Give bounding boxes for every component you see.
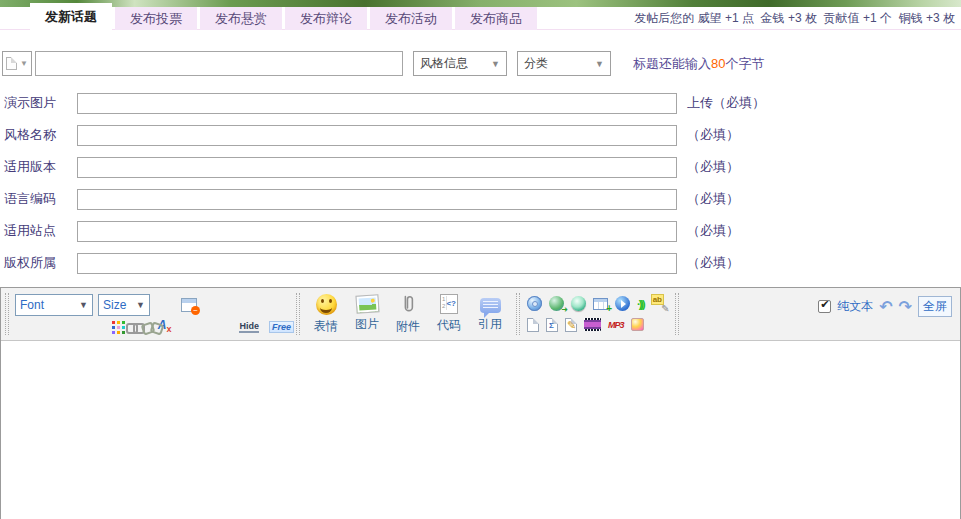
free-content-button[interactable]: Free [269,321,294,333]
field-note: 上传（必填） [687,94,765,112]
editor-toolbar: Font ▼ Size ▼ Hide Free [1,288,960,341]
redo-icon[interactable] [899,300,912,314]
insert-sound-icon[interactable] [637,297,644,311]
font-family-value: Font [20,298,44,312]
fullscreen-button[interactable]: 全屏 [918,296,952,317]
copyright-input[interactable] [77,253,677,274]
tab-post-goods[interactable]: 发布商品 [455,7,537,30]
chevron-down-icon: ▼ [595,59,604,69]
form-row-demo-image: 演示图片 上传（必填） [0,87,961,119]
plain-text-checkbox[interactable] [818,300,831,313]
tab-post-activity[interactable]: 发布活动 [370,7,452,30]
title-remaining-counter: 标题还能输入80个字节 [633,55,764,73]
category-select[interactable]: 分类 ▼ [517,51,611,76]
post-editor: Font ▼ Size ▼ Hide Free [0,287,961,519]
code-icon [440,294,458,314]
encoding-input[interactable] [77,189,677,210]
field-note: （必填） [687,190,739,208]
insert-image-button[interactable]: 图片 [348,295,386,333]
smiley-icon [316,294,337,315]
font-family-select[interactable]: Font ▼ [15,294,93,316]
insert-button-icon[interactable] [571,296,586,311]
extra-insert-group: MP3 [522,288,673,340]
hide-content-button[interactable]: Hide [239,321,259,333]
font-size-value: Size [103,298,126,312]
insert-code-button[interactable]: 代码 [430,294,468,334]
undo-icon[interactable] [879,300,892,314]
title-input[interactable] [35,51,403,76]
style-info-select-value: 风格信息 [420,55,468,72]
title-row: ▼ 风格信息 ▼ 分类 ▼ 标题还能输入80个字节 [2,51,961,76]
topic-icon-select[interactable]: ▼ [2,51,32,76]
button-label: 表情 [314,318,338,335]
field-note: （必填） [687,222,739,240]
field-label: 适用版本 [4,158,77,176]
category-select-value: 分类 [524,55,548,72]
insert-table-icon[interactable] [593,298,608,310]
site-input[interactable] [77,221,677,242]
insert-video-icon[interactable] [584,318,601,331]
chevron-down-icon: ▼ [20,59,28,68]
color-gradient-icon[interactable] [631,318,644,331]
form-row-site: 适用站点 （必填） [0,215,961,247]
field-note: （必填） [687,254,739,272]
message-body-textarea[interactable] [1,341,960,519]
toolbar-drag-handle[interactable] [5,293,9,335]
style-name-input[interactable] [77,125,677,146]
insert-smiley-button[interactable]: 表情 [307,294,345,335]
field-label: 适用站点 [4,222,77,240]
chevron-down-icon: ▼ [491,59,500,69]
field-label: 语言编码 [4,190,77,208]
toolbar-drag-handle[interactable] [516,293,520,335]
highlight-text-icon[interactable] [651,296,668,311]
form-row-encoding: 语言编码 （必填） [0,183,961,215]
insert-network-image-icon[interactable] [549,296,564,311]
style-info-select[interactable]: 风格信息 ▼ [413,51,507,76]
chevron-down-icon: ▼ [79,300,88,310]
style-info-form: 演示图片 上传（必填） 风格名称 （必填） 适用版本 （必填） 语言编码 （必填… [0,87,961,279]
button-label: 图片 [355,316,379,333]
insert-quote-button[interactable]: 引用 [471,295,509,333]
chevron-down-icon: ▼ [136,300,145,310]
quote-icon [480,298,501,313]
toggle-source-mode-icon[interactable] [181,298,197,312]
insert-mp3-icon[interactable]: MP3 [608,320,624,330]
version-input[interactable] [77,157,677,178]
remaining-suffix: 个字节 [725,56,764,71]
header-tabbar: 发新话题 发布投票 发布悬赏 发布辩论 发布活动 发布商品 发帖后您的 威望 +… [0,0,961,30]
new-thread-page: 发新话题 发布投票 发布悬赏 发布辩论 发布活动 发布商品 发帖后您的 威望 +… [0,0,961,519]
plain-text-label: 纯文本 [837,298,873,315]
insert-buttons-group: 表情 图片 附件 代码 引用 [302,288,514,340]
font-color-palette-icon[interactable] [112,321,116,334]
insert-link-icon[interactable] [126,322,132,332]
field-label: 风格名称 [4,126,77,144]
font-size-select[interactable]: Size ▼ [98,294,150,316]
format-group: Font ▼ Size ▼ Hide Free [11,288,294,340]
paperclip-icon [398,294,418,315]
remove-link-icon[interactable] [142,322,148,332]
tab-post-debate[interactable]: 发布辩论 [285,7,367,30]
edit-source-icon[interactable] [565,318,577,332]
button-label: 引用 [478,316,502,333]
insert-flash-icon[interactable] [527,296,542,311]
tab-post-reward[interactable]: 发布悬赏 [200,7,282,30]
toolbar-drag-handle[interactable] [675,293,679,335]
demo-image-input[interactable] [77,93,677,114]
field-label: 版权所属 [4,254,77,272]
post-type-tabs: 发新话题 发布投票 发布悬赏 发布辩论 发布活动 发布商品 [30,3,537,30]
insert-attachment-button[interactable]: 附件 [389,294,427,335]
field-note: （必填） [687,126,739,144]
remaining-prefix: 标题还能输入 [633,56,711,71]
editor-mode-group: 纯文本 全屏 [818,296,952,317]
form-row-copyright: 版权所属 （必填） [0,247,961,279]
insert-media-icon[interactable] [615,296,630,311]
formula-icon[interactable] [546,318,558,332]
button-label: 代码 [437,317,461,334]
remaining-count: 80 [711,56,725,71]
tab-new-topic[interactable]: 发新话题 [30,3,112,30]
field-label: 演示图片 [4,94,77,112]
tab-post-poll[interactable]: 发布投票 [115,7,197,30]
toolbar-drag-handle[interactable] [296,293,300,335]
new-page-icon[interactable] [527,318,539,332]
image-icon [355,294,379,314]
